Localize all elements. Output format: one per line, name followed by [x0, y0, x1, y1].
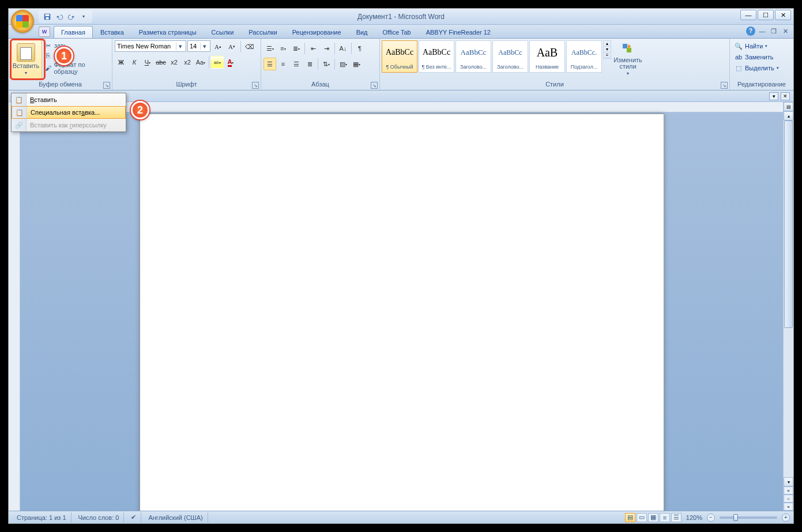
decrease-indent-button[interactable]: ⇤ [307, 42, 319, 55]
browse-object-button[interactable]: ○ [784, 495, 793, 503]
prev-page-button[interactable]: « [784, 486, 793, 495]
save-button[interactable] [42, 12, 52, 22]
paste-menu-paste-special[interactable]: 📋 Специальная вставка... [12, 106, 126, 119]
font-size-combo[interactable]: 14▾ [187, 40, 210, 52]
ribbon-collapse-button[interactable]: ▾ [769, 92, 778, 100]
tab-office-tab[interactable]: Office Tab [375, 26, 419, 38]
style-item-4[interactable]: АаВНазвание [529, 40, 565, 73]
multilevel-button[interactable]: ≣▾ [290, 42, 303, 55]
zoom-in-button[interactable]: + [782, 514, 790, 522]
close-button[interactable]: ✕ [775, 10, 791, 20]
zoom-out-button[interactable]: − [707, 514, 715, 522]
sort-button[interactable]: A↓ [337, 42, 349, 55]
replace-button[interactable]: abЗаменить [732, 52, 781, 62]
paste-button[interactable]: Вставить▼ [10, 40, 42, 79]
scroll-up-button[interactable]: ▴ [784, 111, 793, 120]
status-page[interactable]: Страница: 1 из 1 [12, 512, 71, 523]
ruler-toggle-button[interactable]: ▤ [784, 102, 793, 111]
scroll-thumb[interactable] [784, 120, 793, 328]
tab-abbyy[interactable]: ABBYY FineReader 12 [419, 26, 498, 38]
shrink-font-button[interactable]: A▾ [225, 40, 238, 53]
tab-review[interactable]: Рецензирование [285, 26, 349, 38]
strikethrough-button[interactable]: abc [155, 56, 167, 69]
help-button[interactable]: ? [746, 27, 755, 36]
scroll-down-button[interactable]: ▾ [784, 477, 793, 486]
clipboard-launcher[interactable]: ↘ [103, 82, 110, 89]
change-case-button[interactable]: Aa▾ [194, 56, 207, 69]
italic-button[interactable]: К [128, 56, 141, 69]
view-draft[interactable]: ☰ [671, 513, 681, 522]
tab-mailings[interactable]: Рассылки [241, 26, 284, 38]
vertical-ruler[interactable] [9, 102, 20, 511]
style-item-1[interactable]: AaBbCc¶ Без инте... [419, 40, 454, 73]
next-page-button[interactable]: » [784, 503, 793, 511]
mdi-close-button[interactable]: ✕ [781, 27, 790, 35]
tab-view[interactable]: Вид [349, 26, 375, 38]
subscript-button[interactable]: x2 [168, 56, 180, 69]
tab-page-layout[interactable]: Разметка страницы [131, 26, 204, 38]
align-left-button[interactable]: ☰ [263, 58, 276, 70]
tab-references[interactable]: Ссылки [204, 26, 242, 38]
group-paragraph-label: Абзац [311, 81, 329, 88]
style-item-3[interactable]: AaBbCcЗаголово... [492, 40, 528, 73]
scroll-track[interactable] [784, 120, 793, 477]
font-launcher[interactable]: ↘ [252, 82, 259, 89]
borders-button[interactable]: ▦▾ [350, 58, 363, 70]
mdi-restore-button[interactable]: ❐ [769, 27, 778, 35]
numbering-button[interactable]: ≡▾ [277, 42, 289, 55]
style-item-5[interactable]: AaBbCc.Подзагол... [566, 40, 602, 73]
style-item-2[interactable]: AaBbCcЗаголово... [455, 40, 491, 73]
status-proofing[interactable]: ✔ [126, 512, 141, 523]
clear-formatting-button[interactable]: ⌫ [243, 40, 256, 53]
zoom-level[interactable]: 120% [686, 514, 702, 521]
change-styles-button[interactable]: Изменить стили▼ [612, 40, 644, 79]
find-button[interactable]: 🔍Найти ▾ [732, 41, 781, 51]
minimize-button[interactable]: — [740, 10, 756, 20]
styles-scroll-up[interactable]: ▴ [604, 41, 611, 47]
font-name-combo[interactable]: Times New Roman▾ [115, 40, 186, 52]
styles-launcher[interactable]: ↘ [721, 82, 728, 89]
sub-close-button[interactable]: ✕ [781, 92, 790, 100]
view-web-layout[interactable]: ▦ [648, 513, 658, 522]
zoom-slider[interactable] [720, 516, 777, 519]
qat-customize-button[interactable]: ▾ [78, 12, 89, 22]
status-words[interactable]: Число слов: 0 [74, 512, 125, 523]
show-marks-button[interactable]: ¶ [353, 42, 366, 55]
view-outline[interactable]: ≡ [660, 513, 670, 522]
document-page[interactable] [140, 114, 664, 511]
word-tab-icon[interactable]: W [39, 27, 50, 37]
increase-indent-button[interactable]: ⇥ [320, 42, 333, 55]
styles-more-button[interactable]: ≡ [604, 52, 611, 58]
select-button[interactable]: ⬚Выделить ▾ [732, 63, 781, 73]
format-painter-button[interactable]: 🖌Формат по образцу [42, 61, 111, 76]
paste-menu-paste[interactable]: 📋 Вставить [12, 93, 126, 106]
maximize-button[interactable]: ☐ [758, 10, 774, 20]
styles-scroll-down[interactable]: ▾ [604, 47, 611, 52]
superscript-button[interactable]: x2 [181, 56, 194, 69]
copy-button[interactable]: ⎘ровать [42, 51, 111, 60]
line-spacing-button[interactable]: ⇅▾ [320, 58, 333, 70]
paragraph-launcher[interactable]: ↘ [371, 82, 378, 89]
underline-button[interactable]: Ч▾ [141, 56, 154, 69]
redo-button[interactable] [66, 12, 77, 22]
status-language[interactable]: Английский (США) [144, 512, 208, 523]
zoom-slider-thumb[interactable] [733, 514, 738, 521]
mdi-minimize-button[interactable]: — [758, 27, 767, 35]
bullets-button[interactable]: ☰▾ [263, 42, 276, 55]
highlight-button[interactable]: ab▾ [211, 56, 224, 69]
tab-insert[interactable]: Вставка [93, 26, 131, 38]
undo-button[interactable] [54, 12, 65, 22]
style-item-0[interactable]: AaBbCc¶ Обычный [382, 40, 417, 73]
bold-button[interactable]: Ж [115, 56, 127, 69]
grow-font-button[interactable]: A▴ [212, 40, 224, 53]
view-full-screen[interactable]: ▭ [637, 513, 647, 522]
tab-home[interactable]: Главная [54, 26, 93, 38]
font-color-button[interactable]: A▾ [224, 56, 237, 69]
cut-button[interactable]: ✂зать [42, 41, 111, 50]
view-print-layout[interactable]: ▤ [625, 513, 635, 522]
office-button[interactable] [11, 10, 34, 33]
shading-button[interactable]: ▨▾ [337, 58, 349, 70]
align-center-button[interactable]: ≡ [277, 58, 289, 70]
justify-button[interactable]: ≣ [303, 58, 316, 70]
align-right-button[interactable]: ☰ [290, 58, 303, 70]
